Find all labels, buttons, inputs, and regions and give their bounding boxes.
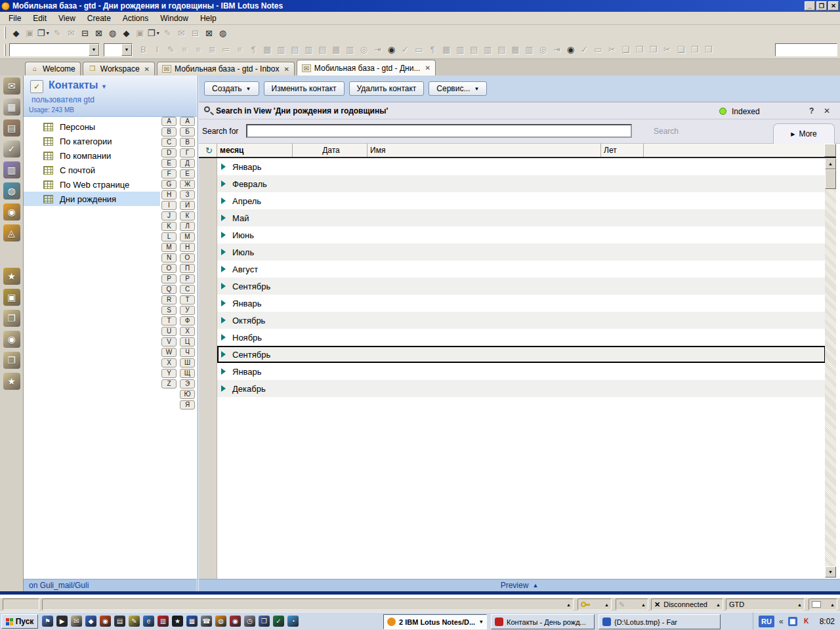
window-tab-0[interactable]: ⌂Welcome	[25, 62, 81, 75]
find-icon[interactable]: ◉	[564, 43, 578, 56]
menu-create[interactable]: Create	[81, 12, 117, 24]
index-letter-Щ[interactable]: Щ	[180, 369, 195, 378]
refresh-icon[interactable]: ↻	[199, 144, 217, 157]
index-letter-O[interactable]: O	[161, 264, 177, 273]
scroll-down-icon[interactable]: ▼	[825, 566, 836, 578]
index-letter-D[interactable]: D	[161, 148, 177, 158]
index-letter-У[interactable]: У	[180, 306, 195, 315]
index-letter-Г[interactable]: Г	[180, 148, 195, 158]
print-delete-icon[interactable]: ⊠	[92, 26, 106, 39]
folder-icon[interactable]: ❐	[3, 310, 20, 327]
column-header-date[interactable]: Дата	[293, 144, 368, 157]
quick-launch-icon-4[interactable]: ◉	[100, 616, 111, 627]
twistie-icon[interactable]	[221, 368, 226, 375]
status-access-level[interactable]: ▲	[578, 598, 612, 610]
notes-diamond-icon[interactable]: ◆	[119, 26, 133, 39]
search-help-button[interactable]: ?	[809, 106, 814, 116]
twistie-icon[interactable]	[221, 266, 226, 272]
action-button-3[interactable]: Сервис...▼	[429, 81, 487, 96]
index-letter-Q[interactable]: Q	[161, 285, 177, 294]
index-letter-Б[interactable]: Б	[180, 127, 195, 136]
twistie-icon[interactable]	[221, 283, 226, 289]
column-header-month[interactable]: месяц	[217, 144, 293, 157]
language-indicator[interactable]: RU	[759, 616, 774, 627]
category-row-4[interactable]: Июнь	[217, 226, 826, 243]
action-button-1[interactable]: Изменить контакт	[264, 81, 345, 96]
index-letter-C[interactable]: C	[161, 138, 177, 147]
index-letter-H[interactable]: H	[161, 190, 177, 200]
chevron-down-icon[interactable]: ▼	[45, 31, 50, 35]
quick-launch-icon-3[interactable]: ◆	[85, 616, 96, 627]
twistie-icon[interactable]	[221, 198, 226, 204]
contacts-icon[interactable]: ▤	[3, 119, 20, 136]
tab-close-icon[interactable]: ✕	[144, 66, 150, 73]
quick-launch-icon-15[interactable]: ❒	[259, 616, 270, 627]
menu-actions[interactable]: Actions	[117, 12, 154, 24]
index-letter-N[interactable]: N	[161, 253, 177, 262]
menu-file[interactable]: File	[3, 12, 27, 24]
index-letter-R[interactable]: R	[161, 295, 177, 304]
action-button-0[interactable]: Создать▼	[204, 81, 259, 96]
view-item-3[interactable]: С почтой	[24, 163, 160, 177]
index-letter-Ч[interactable]: Ч	[180, 348, 195, 357]
search-button[interactable]: Search	[654, 127, 679, 136]
twistie-icon[interactable]	[221, 215, 226, 221]
index-letter-Ш[interactable]: Ш	[180, 358, 195, 368]
view-item-2[interactable]: По компании	[24, 148, 160, 163]
index-letter-Р[interactable]: Р	[180, 274, 195, 284]
category-row-8[interactable]: Январь	[217, 295, 826, 312]
quick-launch-icon-1[interactable]: ▶	[56, 616, 68, 627]
tray-antivirus-icon[interactable]: K	[802, 617, 811, 626]
quick-launch-icon-11[interactable]: ☎	[201, 616, 212, 627]
index-letter-И[interactable]: И	[180, 201, 195, 210]
index-letter-Ж[interactable]: Ж	[180, 180, 195, 189]
twistie-icon[interactable]	[221, 163, 226, 170]
index-letter-L[interactable]: L	[161, 232, 177, 242]
twistie-icon[interactable]	[221, 232, 226, 238]
menu-window[interactable]: Window	[154, 12, 194, 24]
vertical-scrollbar[interactable]: ▲ ▼	[825, 158, 836, 578]
find-icon[interactable]: ◉	[385, 43, 398, 56]
view-item-0[interactable]: Персоны	[24, 119, 160, 134]
twistie-icon[interactable]	[221, 300, 226, 306]
index-letter-T[interactable]: T	[161, 316, 177, 326]
index-letter-Ю[interactable]: Ю	[180, 390, 195, 399]
index-letter-Л[interactable]: Л	[180, 222, 195, 231]
index-letter-G[interactable]: G	[161, 180, 177, 189]
tray-expand-icon[interactable]: «	[779, 617, 784, 626]
category-row-5[interactable]: Июль	[217, 243, 826, 261]
task-button-2[interactable]: {D:\Lotus.tmp} - Far	[598, 614, 721, 629]
index-letter-В[interactable]: В	[180, 138, 195, 147]
close-button[interactable]: ✕	[828, 1, 839, 10]
database-title[interactable]: Контакты ▼	[49, 79, 107, 91]
index-letter-E[interactable]: E	[161, 159, 177, 168]
index-letter-F[interactable]: F	[161, 169, 177, 178]
print-delete-icon[interactable]: ⊠	[202, 26, 216, 39]
index-letter-P[interactable]: P	[161, 274, 177, 284]
startup-folder-icon[interactable]: ★	[3, 373, 20, 390]
window-tab-1[interactable]: ❐Workspace✕	[83, 62, 155, 75]
index-letter-B[interactable]: B	[161, 127, 177, 136]
index-letter-Е[interactable]: Е	[180, 169, 195, 178]
index-letter-Y[interactable]: Y	[161, 369, 177, 378]
chevron-down-icon[interactable]: ▾	[480, 619, 482, 625]
view-item-5[interactable]: Дни рождения	[24, 192, 160, 206]
favorites-icon[interactable]: ★	[3, 268, 20, 285]
tab-close-icon[interactable]: ✕	[284, 66, 289, 73]
todo-icon[interactable]: ✓	[3, 140, 20, 158]
category-row-6[interactable]: Август	[217, 261, 826, 278]
twistie-icon[interactable]	[221, 249, 226, 255]
status-location[interactable]: GTD▲	[726, 598, 805, 610]
search-input[interactable]	[246, 124, 632, 138]
scroll-up-icon[interactable]: ▲	[825, 158, 836, 169]
scrollbar-thumb[interactable]	[825, 169, 836, 189]
index-letter-M[interactable]: M	[161, 243, 177, 252]
column-header-years[interactable]: Лет	[601, 144, 644, 157]
index-letter-X[interactable]: X	[161, 358, 177, 368]
mail-icon[interactable]: ✉	[3, 77, 20, 94]
quick-launch-icon-14[interactable]: ◷	[244, 616, 255, 627]
chevron-down-icon[interactable]: ▼	[156, 31, 160, 35]
column-header-name[interactable]: Имя	[368, 144, 601, 157]
category-row-13[interactable]: Декабрь	[217, 380, 826, 397]
browser-icon[interactable]: ◉	[3, 203, 20, 220]
